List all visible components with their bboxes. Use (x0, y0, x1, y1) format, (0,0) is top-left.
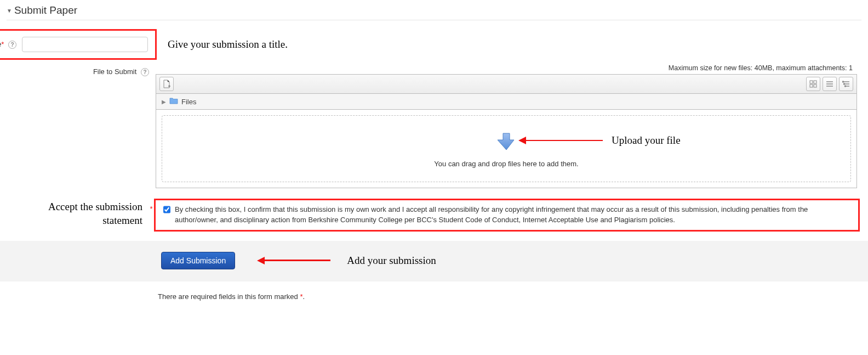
svg-rect-0 (810, 81, 813, 83)
file-size-info: Maximum size for new files: 40MB, maximu… (156, 64, 857, 72)
help-icon[interactable]: ? (8, 41, 16, 49)
arrow-shaft (526, 140, 603, 142)
annotation-title-hint: Give your submission a title. (168, 38, 288, 50)
add-file-button[interactable] (159, 77, 174, 91)
svg-point-12 (845, 86, 846, 87)
svg-point-11 (844, 83, 845, 84)
view-tree-button[interactable] (839, 77, 853, 91)
accept-statement-checkbox[interactable] (163, 206, 170, 213)
file-to-submit-label: File to Submit (93, 67, 136, 76)
submission-title-input[interactable] (22, 37, 148, 52)
required-star: * (1, 40, 4, 48)
view-grid-button[interactable] (806, 77, 820, 91)
file-toolbar (156, 74, 857, 94)
arrow-left-icon (518, 137, 526, 144)
tree-caret-icon: ▶ (162, 99, 166, 105)
help-icon[interactable]: ? (141, 68, 149, 76)
statement-text: By checking this box, I confirm that thi… (175, 205, 853, 226)
files-tree-label: Files (181, 98, 196, 106)
file-tree-root[interactable]: ▶ Files (156, 94, 857, 110)
collapse-caret-icon[interactable]: ▼ (7, 8, 12, 14)
annotation-upload-hint: Upload your file (612, 134, 681, 146)
file-drop-area[interactable]: You can drag and drop files here to add … (156, 110, 857, 188)
annotation-statement-label: Accept the submission statement (0, 200, 147, 227)
svg-rect-3 (814, 84, 816, 87)
page-title: Submit Paper (14, 4, 77, 16)
required-fields-note: There are required fields in this form m… (0, 281, 868, 301)
required-star: * (150, 205, 152, 213)
arrow-shaft (265, 260, 330, 261)
arrow-left-icon (257, 257, 265, 264)
svg-rect-1 (814, 81, 816, 83)
add-submission-button[interactable]: Add Submission (161, 252, 235, 269)
drop-hint-text: You can drag and drop files here to add … (434, 160, 578, 168)
download-arrow-icon (496, 131, 516, 153)
annotation-submit-hint: Add your submission (347, 255, 436, 267)
view-list-button[interactable] (823, 77, 837, 91)
svg-point-10 (843, 81, 844, 82)
svg-rect-2 (810, 84, 813, 87)
folder-icon (169, 97, 178, 106)
